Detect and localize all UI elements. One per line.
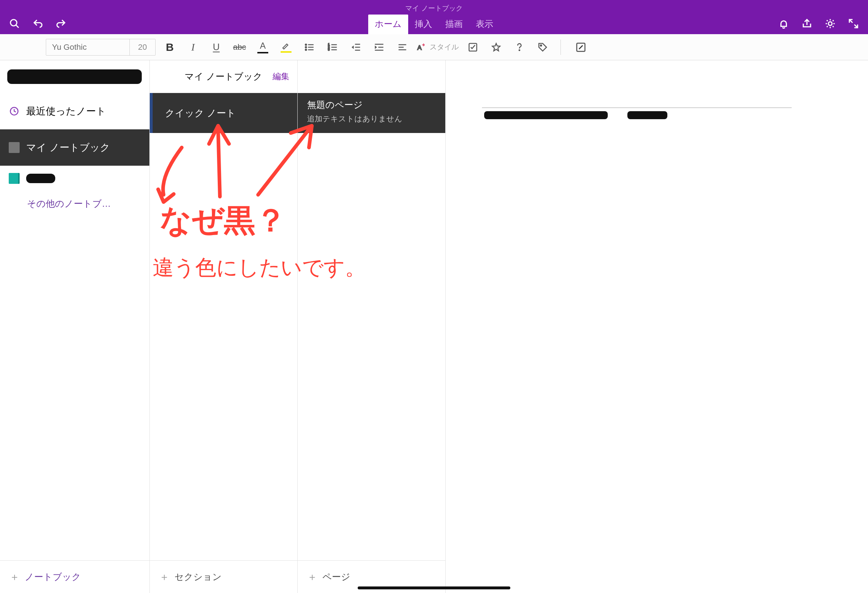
help-question-button[interactable]	[510, 39, 528, 56]
section-panel-title: マイ ノートブック	[185, 71, 263, 83]
sidebar-item-my-notebook[interactable]: マイ ノートブック	[0, 129, 149, 166]
main-area: 最近使ったノート マイ ノートブック その他のノートブ… ＋ ノートブック マイ…	[0, 60, 868, 593]
redacted-notebook-name	[26, 174, 55, 183]
page-title-underline	[482, 108, 792, 108]
page-panel: 無題のページ 追加テキストはありません ＋ ページ	[298, 60, 446, 593]
highlight-button[interactable]	[277, 39, 295, 56]
align-button[interactable]	[393, 39, 412, 56]
redo-icon[interactable]	[55, 17, 68, 30]
tag-button[interactable]	[534, 39, 552, 56]
search-icon[interactable]	[8, 17, 21, 30]
page-item-untitled[interactable]: 無題のページ 追加テキストはありません	[298, 93, 445, 133]
underline-button[interactable]: U	[207, 39, 225, 56]
tab-insert[interactable]: 挿入	[408, 15, 439, 34]
font-size-input[interactable]: 20	[130, 39, 155, 55]
ribbon-separator	[561, 40, 561, 55]
italic-button[interactable]: I	[184, 39, 202, 56]
gear-icon[interactable]	[824, 17, 837, 30]
ribbon-tabs: ホーム 挿入 描画 表示	[368, 13, 500, 34]
sidebar-item-recent-notes[interactable]: 最近使ったノート	[0, 93, 149, 129]
page-item-subtitle: 追加テキストはありません	[307, 114, 436, 124]
notification-bell-icon[interactable]	[777, 17, 790, 30]
indent-button[interactable]	[370, 39, 388, 56]
svg-text:3: 3	[328, 48, 330, 51]
app-title: マイ ノートブック	[0, 0, 868, 13]
fullscreen-icon[interactable]	[847, 17, 860, 30]
add-notebook-button[interactable]: ＋ ノートブック	[0, 560, 149, 593]
clock-icon	[9, 106, 20, 117]
tab-view[interactable]: 表示	[469, 15, 500, 34]
sidebar-item-label: 最近使ったノート	[26, 105, 106, 118]
app-top-bar: マイ ノートブック ホーム 挿入 描画 表示	[0, 0, 868, 34]
tab-home[interactable]: ホーム	[368, 15, 408, 34]
notebook-panel: 最近使ったノート マイ ノートブック その他のノートブ… ＋ ノートブック	[0, 60, 150, 593]
redacted-text-2	[627, 111, 667, 119]
svg-point-27	[540, 45, 542, 46]
plus-icon: ＋	[307, 570, 317, 584]
bold-button[interactable]: B	[161, 39, 179, 56]
strikethrough-button[interactable]: abc	[230, 39, 249, 56]
undo-icon[interactable]	[31, 17, 44, 30]
share-icon[interactable]	[800, 17, 813, 30]
notebook-teal-icon	[9, 173, 20, 184]
notebook-icon	[9, 142, 20, 153]
account-header[interactable]	[0, 60, 149, 93]
svg-point-26	[519, 50, 520, 50]
note-canvas[interactable]	[446, 60, 868, 593]
svg-point-2	[828, 22, 832, 25]
section-item-quicknotes[interactable]: クイック ノート	[150, 93, 297, 133]
tab-draw[interactable]: 描画	[439, 15, 469, 34]
plus-icon: ＋	[159, 570, 170, 584]
font-name-dropdown[interactable]: Yu Gothic	[46, 39, 130, 55]
font-color-button[interactable]: A	[254, 39, 272, 56]
section-panel: マイ ノートブック 編集 クイック ノート ＋ セクション	[150, 60, 298, 593]
bullet-list-button[interactable]	[300, 39, 319, 56]
home-indicator	[358, 586, 510, 589]
plus-icon: ＋	[9, 570, 20, 584]
redacted-text-1	[484, 111, 608, 119]
svg-point-0	[10, 20, 17, 26]
svg-line-1	[16, 25, 19, 28]
section-item-label: クイック ノート	[165, 107, 236, 119]
styles-button[interactable]: A スタイル	[416, 39, 459, 56]
more-notebooks-link[interactable]: その他のノートブ…	[18, 191, 149, 216]
page-item-title: 無題のページ	[307, 99, 436, 111]
add-page-label: ページ	[322, 571, 350, 583]
todo-checkbox-button[interactable]	[464, 39, 482, 56]
svg-point-5	[305, 47, 307, 48]
favorite-star-button[interactable]	[487, 39, 505, 56]
add-section-label: セクション	[174, 571, 222, 583]
section-panel-header: マイ ノートブック 編集	[150, 60, 297, 93]
add-section-button[interactable]: ＋ セクション	[150, 560, 297, 593]
redacted-account-name	[7, 69, 142, 84]
svg-text:A: A	[417, 44, 422, 51]
sidebar-item-label: マイ ノートブック	[26, 141, 110, 154]
styles-label: スタイル	[430, 42, 459, 52]
font-selector-group: Yu Gothic 20	[46, 39, 156, 56]
svg-point-7	[305, 49, 307, 50]
add-notebook-label: ノートブック	[25, 571, 81, 583]
svg-point-3	[305, 44, 307, 46]
outdent-button[interactable]	[347, 39, 365, 56]
sidebar-item-notebook2[interactable]	[0, 166, 149, 191]
edit-sections-button[interactable]: 編集	[273, 71, 289, 82]
numbered-list-button[interactable]: 123	[323, 39, 342, 56]
ribbon: Yu Gothic 20 B I U abc A 123 A スタイル	[0, 34, 868, 60]
ink-mode-button[interactable]	[572, 39, 590, 56]
